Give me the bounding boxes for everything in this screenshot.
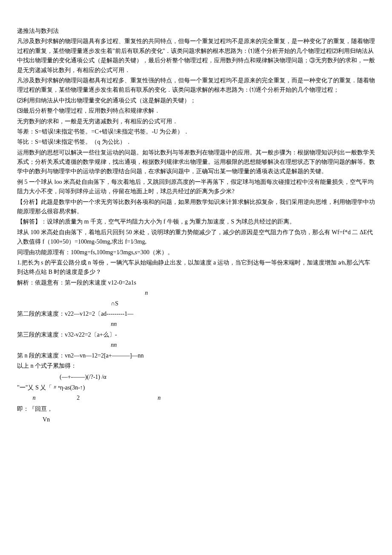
result-prefix: 即：『回亘， <box>17 404 375 414</box>
infinite-series-note: 无穷数列的求和，一般是无穷递减数列，有相应的公式可用． <box>17 117 375 126</box>
formula-nn-2: nn <box>17 340 375 350</box>
title-heading: 递推法与数列法 <box>17 26 375 36</box>
paragraph-intro-2: 凡涉及数列求解的物理问题都具有过程多、重复性强的特点，但每一个重复过程均不是原来… <box>17 76 375 95</box>
document-body: 递推法与数列法 凡涉及数列求解的物理问题具有多过程、重复性的共同特点，但每一个重… <box>17 26 375 424</box>
formula-cap-s: ∩S <box>17 299 375 308</box>
formula-line-denoms: n 2 n <box>17 393 375 403</box>
formula-vn: Vn <box>17 415 375 424</box>
formula-line-top: (—+-——)(/?-1) /α <box>17 372 375 382</box>
summation-note: 以上 n 个式子累加得： <box>17 361 375 371</box>
solution-step-2: 同理由功能原理有：100mg=fs,100mg=1⁄3mgs,s=300（米）。 <box>17 248 375 257</box>
arithmetic-formula: 等差：S=错误!未指定书签。=C+错误!未指定书签。-U 为公差）． <box>17 127 375 137</box>
problem-1: 1.把长为 s 的平直公路分成 n 等份，一辆汽车从始端由静止出发，以加速度 a… <box>17 258 375 277</box>
summation-formula-block: (—+-——)(/?-1) /α "一"乂 S 乂「〃ⁿη-as(3n-↑) n… <box>17 372 375 403</box>
solution-step-1: 球从 100 米高处自由落下，着地后只回到 50 米处，说明球的重力势能减少了，… <box>17 228 375 247</box>
step-2: ⑵利用归纳法从中找出物理量变化的通项公式（这是解题的关键）； <box>17 96 375 105</box>
solution-segment-3: 第三段的末速度：v32-v22=2〔a+么〕- <box>17 330 375 340</box>
analysis-block: 【分析】此题是数学中的一个求无穷等比数列各项和的问题，如果用数学知识来计算求解比… <box>17 198 375 217</box>
example-5: 例 5 一个球从 loo 米高处自由落下，每次着地后，又跳回到原高度的一半再落下… <box>17 177 375 197</box>
solution-segment-2: 第二段的末速度：v22—v12=2〔ad---------1— <box>17 309 375 319</box>
geometric-formula: 等比：S=错误!未指定书签。（q 为公比）． <box>17 137 375 147</box>
formula-nn-1: nn <box>17 320 375 329</box>
paragraph-intro-1: 凡涉及数列求解的物理问题具有多过程、重复性的共同特点，但每一个重复过程均不是原来… <box>17 37 375 75</box>
formula-n-1: n <box>17 288 375 298</box>
paragraph-application: 运用数列的思想可以解决一些往复运动的问题。如等比数列与等差数列在物理题中的应用。… <box>17 148 375 177</box>
formula-line-mid: "一"乂 S 乂「〃ⁿη-as(3n-↑) <box>17 383 375 392</box>
solution-segment-n: 第 n 段的末速度：vn2—vn—12=2[a+———]—nn <box>17 351 375 360</box>
solution-segment-1: 解析：依题意有：第一段的末速度 v12-0=2a1s <box>17 278 375 288</box>
solution-setup: 【解答】：设球的质量为 m 千克，空气平均阻力大小为 f 牛顿，g 为重力加速度… <box>17 217 375 227</box>
step-3: ⑶最后分析整个物理过程，应用数列特点和规律求解． <box>17 106 375 116</box>
